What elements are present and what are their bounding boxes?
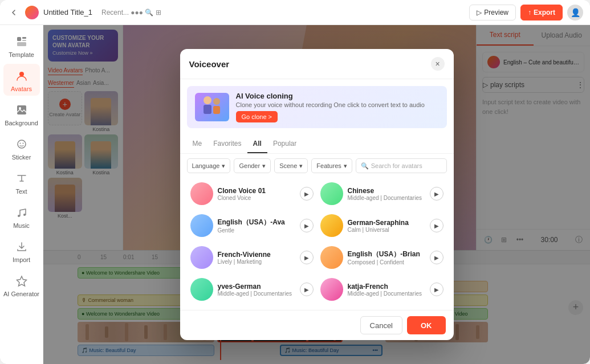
svg-rect-3 — [17, 42, 26, 46]
voiceover-modal: Voiceover × — [180, 49, 454, 340]
voice-play-8[interactable]: ▶ — [430, 283, 443, 296]
svg-point-13 — [204, 96, 211, 104]
voice-info-2: Chinese Middle-aged | Documentaries — [348, 187, 425, 201]
voice-play-2[interactable]: ▶ — [430, 187, 443, 201]
template-icon — [14, 34, 30, 50]
voice-card-yves-german[interactable]: yves-German Middle-aged | Documentaries … — [187, 273, 317, 305]
voice-play-5[interactable]: ▶ — [300, 251, 314, 264]
sidebar-item-template[interactable]: Template — [3, 30, 40, 62]
text-icon — [14, 170, 30, 186]
ok-button[interactable]: OK — [407, 316, 446, 334]
voice-info-5: French-Vivienne Lively | Marketing — [218, 251, 295, 265]
sidebar-item-avatars[interactable]: Avatars — [3, 64, 40, 96]
voice-info-3: English（USA）-Ava Gentle — [218, 218, 295, 234]
svg-point-6 — [19, 107, 21, 109]
recent-label: Recent... ●●● 🔍 ⊞ — [101, 9, 161, 17]
template-label: Template — [9, 51, 34, 58]
voice-card-chinese[interactable]: Chinese Middle-aged | Documentaries ▶ — [317, 178, 447, 210]
banner-illustration — [195, 93, 229, 121]
sidebar-item-sticker[interactable]: Sticker — [3, 132, 40, 164]
voice-search-input[interactable]: 🔍 Search for avatars — [356, 158, 447, 173]
filter-language[interactable]: Language ▾ — [187, 158, 231, 173]
sidebar-item-text[interactable]: Text — [3, 166, 40, 198]
voice-tab-all[interactable]: All — [247, 135, 267, 153]
voice-info-6: English（USA）-Brian Composed | Confident — [348, 250, 425, 265]
banner-title: AI Voice cloning — [236, 92, 425, 100]
import-icon — [14, 239, 30, 255]
voice-play-7[interactable]: ▶ — [300, 283, 314, 296]
voice-card-french-vivienne[interactable]: French-Vivienne Lively | Marketing ▶ — [187, 242, 317, 273]
svg-rect-14 — [204, 105, 211, 114]
voice-avatar-3 — [190, 214, 213, 237]
voice-name-1: Clone Voice 01 — [218, 187, 295, 195]
app-window: Untitled Title_1 Recent... ●●● 🔍 ⊞ ▷ Pre… — [0, 0, 590, 364]
search-icon: 🔍 — [361, 162, 369, 170]
voice-play-3[interactable]: ▶ — [300, 219, 314, 232]
go-clone-button[interactable]: Go clone > — [236, 111, 278, 122]
chevron-down-icon-4: ▾ — [344, 162, 347, 170]
voice-avatar-6 — [320, 246, 343, 269]
export-button[interactable]: ↑ Export — [520, 5, 563, 21]
voice-desc-7: Middle-aged | Documentaries — [218, 291, 295, 297]
filter-features[interactable]: Features ▾ — [311, 158, 352, 173]
voice-card-english-ava[interactable]: English（USA）-Ava Gentle ▶ — [187, 210, 317, 242]
document-title: Untitled Title_1 — [43, 8, 92, 17]
voice-card-german-seraphina[interactable]: German-Seraphina Calm | Universal ▶ — [317, 210, 447, 242]
voice-card-katja-french[interactable]: katja-French Middle-aged | Documentaries… — [317, 273, 447, 305]
modal-close-button[interactable]: × — [431, 57, 445, 71]
voice-clone-banner: AI Voice cloning Clone your voice withou… — [187, 86, 447, 128]
preview-button[interactable]: ▷ Preview — [469, 5, 516, 21]
voice-play-1[interactable]: ▶ — [300, 187, 314, 201]
user-menu[interactable]: 👤 — [567, 5, 583, 21]
back-button[interactable] — [7, 6, 21, 19]
voice-desc-2: Middle-aged | Documentaries — [348, 195, 425, 201]
voice-desc-1: Cloned Voice — [218, 195, 295, 201]
sidebar-item-background[interactable]: Background — [3, 98, 40, 130]
ai-generator-icon — [14, 273, 30, 289]
voice-name-2: Chinese — [348, 187, 425, 195]
voice-tab-popular[interactable]: Popular — [267, 135, 302, 153]
voice-tab-me[interactable]: Me — [187, 135, 208, 153]
filter-scene[interactable]: Scene ▾ — [274, 158, 308, 173]
svg-point-15 — [213, 98, 220, 105]
voice-play-6[interactable]: ▶ — [430, 251, 443, 264]
svg-point-11 — [23, 214, 26, 216]
voice-card-clone-voice[interactable]: Clone Voice 01 Cloned Voice ▶ — [187, 178, 317, 210]
chevron-down-icon: ▾ — [222, 162, 225, 170]
voice-info-1: Clone Voice 01 Cloned Voice — [218, 187, 295, 201]
music-label: Music — [13, 222, 30, 229]
cancel-button[interactable]: Cancel — [360, 316, 402, 334]
voice-desc-8: Middle-aged | Documentaries — [348, 291, 425, 297]
sidebar-item-import[interactable]: Import — [3, 235, 40, 267]
content-area: CUSTOMIZE YOUR OWN AVATAR Customize Now … — [43, 25, 590, 364]
voice-play-4[interactable]: ▶ — [430, 219, 443, 232]
voice-info-7: yves-German Middle-aged | Documentaries — [218, 283, 295, 297]
svg-marker-12 — [17, 276, 26, 286]
voice-card-english-brian[interactable]: English（USA）-Brian Composed | Confident … — [317, 242, 447, 273]
sticker-label: Sticker — [12, 154, 31, 161]
modal-header: Voiceover × — [180, 49, 454, 79]
svg-point-10 — [18, 215, 20, 217]
voice-tab-favorites[interactable]: Favorites — [207, 135, 247, 153]
ai-generator-label: AI Generator — [3, 291, 39, 297]
sidebar-item-ai-generator[interactable]: AI Generator — [3, 269, 40, 301]
sidebar-item-music[interactable]: Music — [3, 201, 40, 232]
svg-rect-2 — [22, 40, 26, 41]
filter-gender[interactable]: Gender ▾ — [234, 158, 271, 173]
voice-info-4: German-Seraphina Calm | Universal — [348, 219, 425, 233]
voice-desc-6: Composed | Confident — [348, 259, 425, 265]
svg-point-9 — [22, 142, 23, 144]
modal-body: AI Voice cloning Clone your voice withou… — [180, 86, 454, 310]
voice-avatar-4 — [320, 214, 343, 237]
voice-name-3: English（USA）-Ava — [218, 218, 295, 227]
topbar: Untitled Title_1 Recent... ●●● 🔍 ⊞ ▷ Pre… — [0, 0, 590, 25]
voice-filters: Language ▾ Gender ▾ Scene ▾ — [180, 154, 454, 178]
preview-icon: ▷ — [477, 9, 482, 17]
banner-description: Clone your voice without recording One c… — [236, 101, 425, 108]
svg-rect-1 — [22, 37, 26, 39]
modal-title: Voiceover — [189, 59, 230, 69]
voice-avatar-1 — [190, 182, 213, 205]
voice-avatar-2 — [320, 182, 343, 205]
sidebar: Template Avatars Background Sticker — [0, 25, 43, 364]
svg-point-8 — [19, 142, 21, 144]
